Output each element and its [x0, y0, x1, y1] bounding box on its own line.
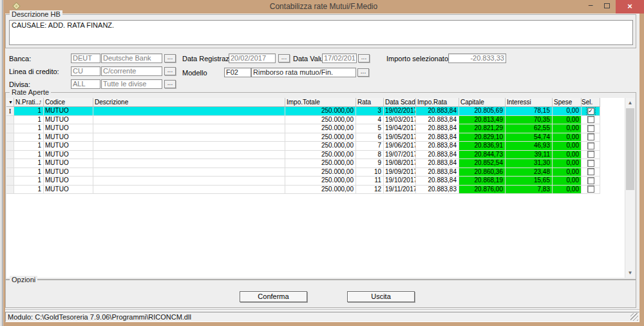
- scroll-down-icon[interactable]: ▼: [625, 268, 635, 278]
- cell-sel[interactable]: [582, 168, 600, 177]
- checkbox-unchecked-icon[interactable]: [587, 133, 594, 140]
- column-header-codice[interactable]: Codice: [44, 98, 93, 107]
- cell-rata: 3: [356, 107, 384, 116]
- column-filter-header[interactable]: ▼: [6, 98, 14, 107]
- cell-sel[interactable]: [582, 142, 600, 151]
- banca-label: Banca:: [9, 55, 31, 62]
- cell-n: 1: [14, 116, 44, 125]
- importo-selezionato-field[interactable]: -20.833,33: [448, 53, 506, 63]
- cell-sel[interactable]: ✓: [582, 107, 600, 116]
- cell-codice: MUTUO: [44, 151, 93, 160]
- banca-browse-button[interactable]: ...: [164, 54, 176, 62]
- filter-icon: ▼: [8, 98, 14, 106]
- cell-n: 1: [14, 151, 44, 160]
- screen: Contabilizza rate Mutui/F.Medio – × Desc…: [0, 0, 644, 326]
- table-row[interactable]: 1MUTUO250.000,001019/09/201720.883,8420.…: [6, 168, 625, 177]
- table-row[interactable]: 1MUTUO250.000,00519/04/201720.883,8420.8…: [6, 124, 625, 133]
- column-header-npratica[interactable]: N.Prati...↑: [14, 98, 44, 107]
- checkbox-unchecked-icon[interactable]: [587, 186, 594, 193]
- divisa-browse-button[interactable]: ...: [164, 80, 176, 88]
- column-header-data-scad[interactable]: Data Scad.: [384, 98, 416, 107]
- cell-spese: 0,00: [553, 151, 582, 160]
- scroll-up-icon[interactable]: ▲: [625, 98, 635, 108]
- cell-sel[interactable]: [582, 186, 600, 195]
- checkbox-unchecked-icon[interactable]: [587, 177, 594, 184]
- checkbox-unchecked-icon[interactable]: [587, 168, 594, 175]
- modello-desc-field[interactable]: Rimborso rata mutuo/Fin.: [251, 68, 356, 77]
- row-selector[interactable]: [6, 151, 14, 160]
- checkbox-unchecked-icon[interactable]: [587, 151, 594, 158]
- table-row[interactable]: 1MUTUO250.000,00419/03/201720.883,8420.8…: [6, 116, 625, 125]
- banca-code-field[interactable]: DEUT: [71, 53, 100, 63]
- close-button[interactable]: ×: [616, 0, 644, 14]
- cell-sel[interactable]: [582, 116, 600, 125]
- column-header-capitale[interactable]: Capitale: [459, 98, 506, 107]
- column-header-sel[interactable]: Sel.: [582, 98, 600, 107]
- data-valuta-field[interactable]: 17/02/2017: [322, 53, 357, 63]
- table-row[interactable]: 1MUTUO250.000,00819/07/201720.883,8420.8…: [6, 151, 625, 160]
- column-header-rata[interactable]: Rata: [356, 98, 384, 107]
- row-selector[interactable]: [6, 116, 14, 125]
- descrizione-hb-textbox[interactable]: CAUSALE: ADD. RATA FINANZ.: [9, 20, 633, 45]
- row-selector[interactable]: [6, 159, 14, 168]
- linea-di-credito-browse-button[interactable]: ...: [164, 67, 176, 75]
- checkbox-unchecked-icon[interactable]: [587, 142, 594, 149]
- checkbox-unchecked-icon[interactable]: [587, 160, 594, 167]
- cell-sel[interactable]: [582, 151, 600, 160]
- modello-code-field[interactable]: F02: [224, 68, 251, 77]
- maximize-button[interactable]: [599, 0, 616, 14]
- minimize-button[interactable]: –: [582, 0, 599, 14]
- conferma-button[interactable]: Conferma: [240, 291, 307, 302]
- cell-sel[interactable]: [582, 177, 600, 186]
- column-header-interessi[interactable]: Interessi: [506, 98, 553, 107]
- row-selector[interactable]: [6, 124, 14, 133]
- resize-grip-icon[interactable]: [630, 313, 638, 321]
- column-header-impo-rata[interactable]: Impo.Rata: [416, 98, 459, 107]
- cell-impo_rata: 20.883,84: [416, 168, 459, 177]
- cell-spese: 0,00: [553, 107, 582, 116]
- row-selector[interactable]: [6, 133, 14, 142]
- cell-descrizione: [93, 116, 285, 125]
- checkbox-checked-icon[interactable]: ✓: [587, 108, 594, 115]
- data-registrazione-field[interactable]: 20/02/2017: [229, 53, 276, 63]
- uscita-button[interactable]: Uscita: [347, 291, 415, 302]
- checkbox-unchecked-icon[interactable]: [587, 125, 594, 132]
- modello-browse-button[interactable]: ...: [357, 68, 369, 77]
- data-valuta-browse-button[interactable]: ...: [358, 54, 370, 62]
- row-selector[interactable]: [6, 177, 14, 186]
- checkbox-unchecked-icon[interactable]: [587, 116, 594, 123]
- linea-di-credito-desc-field[interactable]: C/corrente: [101, 66, 162, 76]
- cell-codice: MUTUO: [44, 159, 93, 168]
- banca-desc-field[interactable]: Deutsche Bank: [101, 53, 162, 63]
- cell-data_scad: 19/02/2017: [384, 107, 416, 116]
- cell-descrizione: [93, 107, 285, 116]
- cell-spese: 0,00: [553, 177, 582, 186]
- linea-di-credito-code-field[interactable]: CU: [71, 66, 100, 76]
- column-header-descrizione[interactable]: Descrizione: [93, 98, 285, 107]
- row-selector[interactable]: [6, 168, 14, 177]
- divisa-desc-field[interactable]: Tutte le divise: [101, 79, 162, 89]
- row-selector[interactable]: [6, 142, 14, 151]
- divisa-code-field[interactable]: ALL: [71, 79, 100, 89]
- table-row[interactable]: 1MUTUO250.000,00719/06/201720.883,8420.8…: [6, 142, 625, 151]
- table-row[interactable]: 1MUTUO250.000,00619/05/201720.883,8420.8…: [6, 133, 625, 142]
- cell-interessi: 23,48: [506, 168, 553, 177]
- data-registrazione-browse-button[interactable]: ...: [278, 54, 290, 62]
- opzioni-label: Opzioni: [10, 276, 37, 283]
- row-selector[interactable]: I: [6, 107, 14, 116]
- row-selector[interactable]: [6, 186, 14, 195]
- maximize-icon: [604, 3, 610, 8]
- vertical-scrollbar[interactable]: ▲ ▼: [625, 98, 634, 278]
- scrollbar-thumb[interactable]: [626, 108, 634, 190]
- cell-sel[interactable]: [582, 124, 600, 133]
- column-header-impo-totale[interactable]: Impo.Totale: [285, 98, 356, 107]
- table-row[interactable]: 1MUTUO250.000,001219/11/201720.883,8320.…: [6, 186, 625, 195]
- ibeam-cursor: I: [9, 107, 12, 115]
- titlebar[interactable]: Contabilizza rate Mutui/F.Medio – ×: [3, 0, 644, 14]
- table-row[interactable]: 1MUTUO250.000,001119/10/201720.883,8420.…: [6, 177, 625, 186]
- cell-sel[interactable]: [582, 159, 600, 168]
- table-row[interactable]: 1MUTUO250.000,00919/08/201720.883,8420.8…: [6, 159, 625, 168]
- table-row[interactable]: I1MUTUO250.000,00319/02/201720.883,8420.…: [6, 107, 625, 116]
- column-header-spese[interactable]: Spese: [553, 98, 582, 107]
- cell-sel[interactable]: [582, 133, 600, 142]
